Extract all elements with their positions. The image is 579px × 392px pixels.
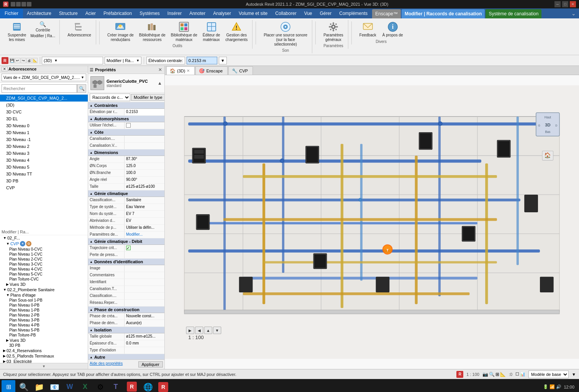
- menu-fichier[interactable]: Fichier: [0, 8, 23, 18]
- section-autre[interactable]: Autre: [88, 354, 164, 359]
- btn-placer-son[interactable]: Placer une source sonore(sur la faceséle…: [262, 20, 309, 48]
- status-icon-3[interactable]: ⊞: [495, 372, 499, 377]
- menu-systemes[interactable]: Systèmes: [136, 8, 164, 18]
- type-expand-icon[interactable]: ▲: [157, 80, 162, 86]
- list-item-cvp[interactable]: CVP: [0, 184, 88, 191]
- list-item-3d-niv3[interactable]: 3D Niveau 3: [0, 150, 88, 157]
- tree-03-elec[interactable]: ▶ 03_Electricité: [0, 359, 88, 363]
- tree-plan-niv2-pb[interactable]: Plan Niveau 2-PB: [0, 313, 88, 318]
- btn-bibliotheque-mat[interactable]: Bibliothèque de matériaux: [169, 20, 199, 43]
- elevation-unit-dropdown[interactable]: ▼: [219, 57, 227, 64]
- ribbon-expand-btn[interactable]: ⌄: [571, 10, 576, 16]
- list-item-3d[interactable]: (3D): [0, 102, 88, 108]
- list-item-3d-niv4[interactable]: 3D Niveau 4: [0, 157, 88, 164]
- tree-plan-toiture-cvc[interactable]: Plan Toiture-CVC: [0, 277, 88, 282]
- view-icon-1[interactable]: ☐: [515, 372, 519, 377]
- btn-modifier-ra[interactable]: Modifier | Ra...: [29, 33, 56, 38]
- props-select[interactable]: Raccords de c...: [90, 93, 130, 101]
- tab-3d[interactable]: 🏠 (3D) ✕: [166, 66, 195, 75]
- btn-suspendre[interactable]: Suspendreles mises: [6, 20, 28, 43]
- section-contraintes[interactable]: Contraintes: [88, 102, 164, 109]
- props-close-button[interactable]: ✕: [157, 67, 163, 72]
- tree-02-reservations[interactable]: ▶ 02.4_Reservations: [0, 348, 88, 353]
- list-item-3d-cvc[interactable]: 3D CVC: [0, 108, 88, 115]
- menu-systeme-canal[interactable]: Système de canalisation: [486, 9, 541, 18]
- tab-enscape[interactable]: 🎯 Enscape: [195, 66, 228, 75]
- status-icon-1[interactable]: 📷: [482, 372, 488, 377]
- section-donnees[interactable]: Données d'identification: [88, 259, 164, 265]
- taskbar-files[interactable]: 📁: [32, 380, 46, 392]
- list-item-3d-el[interactable]: 3D EL: [0, 115, 88, 122]
- btn-bibliotheque-res[interactable]: Bibliothèque de ressources: [138, 20, 167, 43]
- btn-creer-image[interactable]: Créer image de rendu(dans: [106, 20, 135, 43]
- tree-plan-niv4-cvc[interactable]: Plan Niveau 4-CVC: [0, 267, 88, 272]
- elevation-input[interactable]: [187, 57, 217, 64]
- quick-print[interactable]: 🖨: [26, 58, 32, 63]
- minimize-button[interactable]: ─: [554, 1, 561, 7]
- list-item-3d-niv1[interactable]: 3D Niveau 1: [0, 129, 88, 136]
- tree-02-plafonds[interactable]: ▶ 02.5_Plafonds Terminaux: [0, 353, 88, 359]
- search-button[interactable]: 🔍: [77, 84, 86, 93]
- section-genie-debit[interactable]: Génie climatique - Débit: [88, 238, 164, 245]
- quick-redo[interactable]: ↪: [21, 58, 26, 63]
- sidebar-scroll-bottom[interactable]: ▼: [0, 363, 88, 369]
- taskbar-excel[interactable]: X: [78, 380, 92, 392]
- taskbar-start[interactable]: ⊞: [2, 380, 15, 392]
- tree-plan-toiture-pb[interactable]: Plan Toiture-PB: [0, 333, 88, 338]
- prop-value-elevation[interactable]: 0.2153: [125, 109, 164, 115]
- tree-plan-niv1-pb[interactable]: Plan Niveau 1-PB: [0, 308, 88, 313]
- taskbar-teams[interactable]: T: [109, 380, 123, 392]
- list-item-3d-niv0[interactable]: 3D Niveau 0: [0, 122, 88, 129]
- btn-editeur-mat[interactable]: Éditeur de matériaux: [201, 20, 222, 43]
- tree-plan-niv1-cvc[interactable]: Plan Niveau 1-CVC: [0, 252, 88, 257]
- taskbar-outlook[interactable]: 📧: [48, 380, 61, 392]
- quick-measure[interactable]: 📐: [32, 58, 38, 63]
- menu-collaborer[interactable]: Collaborer: [271, 8, 300, 18]
- echelle-checkbox[interactable]: [126, 123, 131, 128]
- status-icon-4[interactable]: 📐: [500, 372, 506, 377]
- list-item-3d-niv2[interactable]: 3D Niveau 2: [0, 143, 88, 150]
- tree-3d-pb[interactable]: 3D PB: [0, 343, 88, 348]
- menu-volume[interactable]: Volume et site: [235, 8, 271, 18]
- taskbar-revit[interactable]: R: [124, 380, 139, 392]
- taskbar-search[interactable]: 🔍: [17, 380, 31, 392]
- btn-apropos[interactable]: i À propos de: [381, 20, 405, 38]
- section-dimensions[interactable]: Dimensions: [88, 149, 164, 156]
- menu-analyser[interactable]: Analyser: [209, 8, 235, 18]
- view-dropdown[interactable]: Vues de « ZDM_SGI_DCE_CVP_MAQ_2... » ▼: [2, 74, 86, 81]
- tab-cvp[interactable]: 🔧 CVP: [228, 66, 253, 75]
- close-button[interactable]: ✕: [570, 1, 576, 7]
- tree-plan-niv3-cvc[interactable]: Plan Niveau 3-CVC: [0, 262, 88, 267]
- list-item-3d-nivtt[interactable]: 3D Niveau TT: [0, 171, 88, 177]
- tree-plan-niv4-pb[interactable]: Plan Niveau 4-PB: [0, 323, 88, 328]
- maximize-button[interactable]: □: [562, 1, 568, 7]
- status-icon-2[interactable]: 🔍: [489, 372, 495, 377]
- section-auto[interactable]: Automorphismes: [88, 116, 164, 122]
- search-input[interactable]: [2, 84, 77, 93]
- trajectoire-checkbox[interactable]: ✓: [126, 246, 131, 250]
- btn-arborescence[interactable]: Arborescence: [66, 20, 93, 38]
- quick-save[interactable]: 💾: [9, 58, 15, 63]
- tree-plan-niv2-cvc[interactable]: Plan Niveau 2-CVC: [0, 257, 88, 262]
- menu-structure[interactable]: Structure: [55, 8, 82, 18]
- list-item-zdm[interactable]: ZDM_SGI_DCE_CVP_MAQ_2...: [0, 95, 88, 102]
- aide-props-link[interactable]: Aide des propriétés: [90, 361, 123, 367]
- taskbar-word[interactable]: W: [63, 380, 77, 392]
- tree-plan-ss1-pb[interactable]: Plan Sous-sol 1-PB: [0, 298, 88, 303]
- tree-item-02-f[interactable]: ▼ 02_F...: [0, 235, 88, 241]
- menu-vue[interactable]: Vue: [300, 8, 316, 18]
- view-selector-dropdown[interactable]: (3D) ▼: [42, 57, 103, 64]
- section-genie[interactable]: Génie climatique: [88, 190, 164, 197]
- modifier-dropdown[interactable]: Modifier | Ra... ▼: [105, 57, 141, 64]
- elevation-dropdown[interactable]: Élévation centrale:: [146, 57, 185, 64]
- btn-feedback[interactable]: Feedback: [358, 20, 378, 38]
- sidebar-close-btn[interactable]: ✕: [2, 67, 8, 71]
- tree-vues3d-1[interactable]: ▶ Vues 3D: [0, 282, 88, 287]
- section-phase[interactable]: Phase de construction: [88, 307, 164, 313]
- tab-3d-close[interactable]: ✕: [187, 69, 190, 73]
- tree-item-cvp-inner[interactable]: ▼ CVP ☀ ⚙: [0, 241, 88, 247]
- taskbar-chrome[interactable]: 🌐: [141, 380, 155, 392]
- menu-complements[interactable]: Compléments: [335, 8, 371, 18]
- prop-value-params[interactable]: Modifier...: [125, 231, 164, 238]
- menu-enscape[interactable]: Enscape™: [372, 9, 401, 18]
